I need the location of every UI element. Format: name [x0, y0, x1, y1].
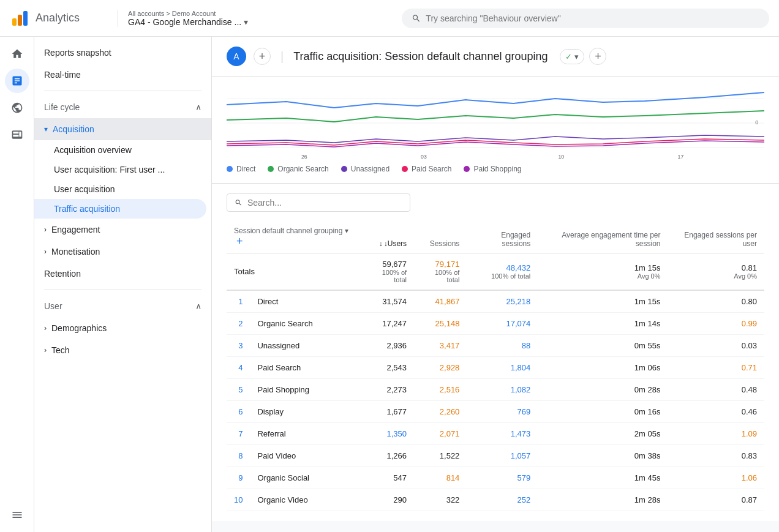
row-avg-3: 0m 55s — [538, 335, 668, 357]
nav-icon-reports[interactable] — [5, 69, 29, 93]
row-avg-2: 1m 14s — [538, 313, 668, 335]
nav-tech-parent[interactable]: › Tech — [34, 339, 211, 361]
row-avg-4: 1m 06s — [538, 357, 668, 379]
chevron-up-icon-2: ∧ — [195, 301, 201, 311]
svg-text:Jul: Jul — [420, 159, 427, 160]
table-row: 6 Display 1,677 2,260 769 0m 16s 0.46 — [227, 401, 764, 423]
row-engaged-8: 1,057 — [467, 445, 538, 467]
search-input[interactable] — [426, 13, 759, 23]
totals-row: Totals 59,677 100% of total 79,171 100% … — [227, 253, 764, 291]
nav-acquisition-parent[interactable]: ▾ Acquisition — [34, 118, 211, 140]
chart-container: 26 Jun 03 Jul 10 17 0 — [227, 86, 764, 160]
legend-paid-shopping: Paid Shopping — [464, 165, 521, 173]
row-users-10: 290 — [361, 489, 414, 511]
nav-reports-snapshot[interactable]: Reports snapshot — [34, 42, 211, 64]
row-users-6: 1,677 — [361, 401, 414, 423]
row-num-4: 4 — [227, 357, 250, 379]
row-num-6: 6 — [227, 401, 250, 423]
svg-text:10: 10 — [558, 154, 564, 160]
global-search[interactable] — [402, 9, 769, 28]
table-search-input[interactable] — [247, 198, 402, 208]
add-report-button[interactable]: + — [589, 48, 606, 65]
row-sessions-10: 322 — [414, 489, 467, 511]
row-num-9: 9 — [227, 467, 250, 489]
chart-legend: Direct Organic Search Unassigned Paid Se… — [227, 165, 764, 173]
svg-text:Jun: Jun — [300, 159, 309, 160]
col-users-header[interactable]: ↓↓Users — [361, 222, 414, 253]
row-channel-2[interactable]: Organic Search — [250, 313, 361, 335]
nav-icon-explore[interactable] — [5, 96, 29, 120]
nav-monetisation-parent[interactable]: › Monetisation — [34, 241, 211, 263]
nav-icon-home[interactable] — [5, 42, 29, 66]
user-avatar[interactable]: A — [227, 47, 246, 66]
row-channel-6[interactable]: Display — [250, 401, 361, 423]
data-table: Session default channel grouping ▾ + ↓↓U… — [227, 222, 764, 511]
account-selector[interactable]: All accounts > Demo Account GA4 - Google… — [118, 10, 248, 27]
nav-icon-advertising[interactable] — [5, 122, 29, 147]
row-users-7: 1,350 — [361, 423, 414, 445]
row-channel-9[interactable]: Organic Social — [250, 467, 361, 489]
totals-engaged-per-user: 0.81 Avg 0% — [668, 253, 764, 291]
add-dimension-button[interactable]: + — [234, 235, 246, 247]
search-icon — [412, 13, 421, 23]
totals-engaged-sessions: 48,432 100% of total — [467, 253, 538, 291]
row-channel-1[interactable]: Direct — [250, 290, 361, 313]
row-channel-7[interactable]: Referral — [250, 423, 361, 445]
dimension-dropdown-icon: ▾ — [345, 227, 348, 235]
nav-real-time[interactable]: Real-time — [34, 64, 211, 86]
row-sessions-1: 41,867 — [414, 290, 467, 313]
nav-acquisition-overview[interactable]: Acquisition overview — [34, 140, 211, 160]
row-sessions-7: 2,071 — [414, 423, 467, 445]
row-epu-3: 0.03 — [668, 335, 764, 357]
legend-organic-search: Organic Search — [268, 165, 328, 173]
nav-engagement-parent[interactable]: › Engagement — [34, 219, 211, 241]
row-avg-9: 1m 45s — [538, 467, 668, 489]
row-avg-5: 0m 28s — [538, 379, 668, 401]
row-engaged-10: 252 — [467, 489, 538, 511]
col-engaged-sessions-header[interactable]: Engaged sessions — [467, 222, 538, 253]
row-channel-8[interactable]: Paid Video — [250, 445, 361, 467]
row-users-5: 2,273 — [361, 379, 414, 401]
row-num-1: 1 — [227, 290, 250, 313]
row-num-3: 3 — [227, 335, 250, 357]
sort-arrow-icon: ↓ — [379, 239, 383, 248]
nav-traffic-acquisition[interactable]: Traffic acquisition — [34, 199, 206, 219]
totals-users: 59,677 100% of total — [361, 253, 414, 291]
chevron-down-icon: ▾ — [44, 125, 48, 133]
legend-dot-paid-search — [402, 166, 408, 172]
nav-icon-admin[interactable] — [5, 503, 29, 527]
nav-user-section-header[interactable]: User ∧ — [34, 295, 211, 317]
logo-area: Analytics — [10, 9, 108, 28]
icon-sidebar — [0, 37, 34, 532]
col-sessions-header[interactable]: Sessions — [414, 222, 467, 253]
nav-lifecycle-header[interactable]: Life cycle ∧ — [34, 96, 211, 118]
col-avg-engagement-header[interactable]: Average engagement time per session — [538, 222, 668, 253]
row-epu-10: 0.87 — [668, 489, 764, 511]
account-name[interactable]: GA4 - Google Merchandise ... ▾ — [128, 17, 248, 27]
col-engaged-per-user-header[interactable]: Engaged sessions per user — [668, 222, 764, 253]
title-check-button[interactable]: ✓ ▾ — [560, 49, 584, 64]
row-channel-4[interactable]: Paid Search — [250, 357, 361, 379]
row-users-9: 547 — [361, 467, 414, 489]
nav-demographics-parent[interactable]: › Demographics — [34, 317, 211, 339]
row-engaged-5: 1,082 — [467, 379, 538, 401]
nav-retention[interactable]: Retention — [34, 263, 211, 285]
col-dimension[interactable]: Session default channel grouping ▾ + — [227, 222, 361, 253]
legend-dot-unassigned — [341, 166, 347, 172]
row-num-7: 7 — [227, 423, 250, 445]
row-users-4: 2,543 — [361, 357, 414, 379]
add-comparison-button[interactable]: + — [254, 48, 271, 65]
nav-user-acquisition-first[interactable]: User acquisition: First user ... — [34, 160, 211, 179]
row-channel-3[interactable]: Unassigned — [250, 335, 361, 357]
row-epu-8: 0.83 — [668, 445, 764, 467]
table-row: 3 Unassigned 2,936 3,417 88 0m 55s 0.03 — [227, 335, 764, 357]
legend-direct: Direct — [227, 165, 255, 173]
account-path: All accounts > Demo Account — [128, 10, 248, 17]
row-avg-10: 1m 28s — [538, 489, 668, 511]
table-search-bar[interactable] — [227, 193, 410, 212]
row-channel-10[interactable]: Organic Video — [250, 489, 361, 511]
row-channel-5[interactable]: Paid Shopping — [250, 379, 361, 401]
header-separator: | — [280, 50, 284, 64]
main-content: A + | Traffic acquisition: Session defau… — [212, 37, 779, 532]
nav-user-acquisition[interactable]: User acquisition — [34, 179, 211, 199]
